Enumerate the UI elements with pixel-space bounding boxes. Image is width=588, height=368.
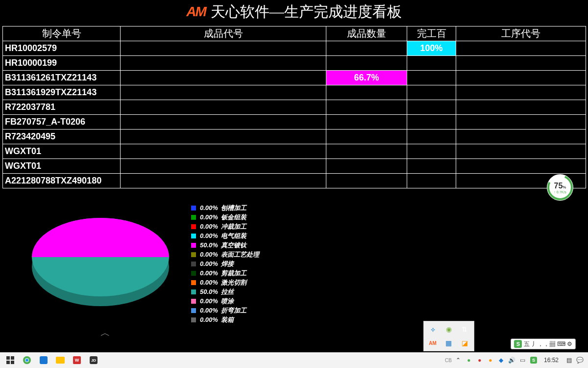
table-cell bbox=[326, 130, 407, 144]
legend-swatch bbox=[191, 280, 196, 285]
pie-chart bbox=[29, 203, 172, 311]
legend-swatch bbox=[191, 252, 196, 257]
tray-s-icon[interactable]: S bbox=[529, 356, 538, 365]
transfer-icon[interactable]: ⇅ bbox=[457, 322, 472, 336]
legend-item: 50.0%拉丝 bbox=[191, 287, 259, 296]
table-cell bbox=[407, 100, 456, 115]
legend-item: 0.00%焊接 bbox=[191, 259, 259, 268]
table-cell bbox=[326, 85, 407, 100]
table-header-row: 制令单号 成品代号 成品数量 完工百 工序代号 bbox=[3, 26, 586, 41]
svg-point-2 bbox=[548, 176, 572, 199]
legend-item: 0.00%冲裁加工 bbox=[191, 222, 259, 231]
production-table: 制令单号 成品代号 成品数量 完工百 工序代号 HR10002579100%HR… bbox=[2, 26, 586, 188]
legend-item: 0.00%电气组装 bbox=[191, 231, 259, 240]
am-tray-icon[interactable]: AM bbox=[425, 336, 441, 350]
legend-item: 0.00%喷涂 bbox=[191, 296, 259, 306]
table-row: WGXT01 bbox=[3, 144, 586, 159]
taskbar[interactable]: W JD CB ⌃ ● ● ● ◆ 🔊 ▭ S 16:52 ▤ 💬 bbox=[0, 352, 588, 368]
col-qty: 成品数量 bbox=[326, 26, 407, 41]
table-cell bbox=[121, 159, 326, 174]
col-pct: 完工百 bbox=[407, 26, 456, 41]
legend-value: 0.00% bbox=[200, 232, 218, 239]
table-row: A221280788TXZ490180 bbox=[3, 174, 586, 188]
legend-label: 冲裁加工 bbox=[221, 222, 246, 231]
table-cell bbox=[456, 71, 586, 85]
wps-icon[interactable]: W bbox=[69, 352, 85, 368]
legend-label: 装箱 bbox=[221, 315, 234, 324]
ime-mode: 五 bbox=[524, 340, 530, 348]
svg-rect-4 bbox=[11, 356, 14, 360]
table-cell bbox=[121, 115, 326, 130]
legend-item: 0.00%折弯加工 bbox=[191, 306, 259, 315]
table-cell: 66.7% bbox=[326, 71, 407, 85]
svg-rect-3 bbox=[6, 356, 10, 360]
legend-value: 0.00% bbox=[200, 279, 218, 286]
legend-value: 0.00% bbox=[200, 297, 218, 305]
table-cell: B311361929TXZ21143 bbox=[3, 85, 121, 100]
start-button[interactable] bbox=[2, 352, 19, 368]
table-row: B311361929TXZ21143 bbox=[3, 85, 586, 100]
table-cell bbox=[407, 130, 456, 144]
legend-item: 0.00%表面工艺处理 bbox=[191, 250, 259, 259]
ime-s-icon[interactable]: S bbox=[514, 340, 522, 348]
legend-swatch bbox=[191, 262, 196, 266]
table-row: HR10000199 bbox=[3, 56, 586, 71]
system-tray[interactable]: CB ⌃ ● ● ● ◆ 🔊 ▭ S 16:52 ▤ 💬 bbox=[443, 356, 586, 365]
table-cell bbox=[121, 130, 326, 144]
volume-icon[interactable]: 🔊 bbox=[508, 356, 516, 365]
tray-overflow-icon[interactable]: ⌃ bbox=[454, 356, 463, 365]
table-cell: WGXT01 bbox=[3, 144, 121, 159]
tray-misc-icon[interactable]: ◪ bbox=[457, 336, 472, 350]
table-row: R723420495 bbox=[3, 130, 586, 144]
legend-value: 0.00% bbox=[200, 260, 218, 267]
explorer-icon[interactable] bbox=[52, 352, 69, 368]
table-cell bbox=[326, 41, 407, 56]
col-order: 制令单号 bbox=[3, 26, 121, 41]
legend-label: 拉丝 bbox=[221, 288, 234, 296]
network-speed-widget[interactable]: 75% ↑ 0.7K/s bbox=[547, 174, 573, 201]
table-cell bbox=[121, 144, 326, 159]
legend-label: 真空镀钛 bbox=[221, 241, 246, 250]
chart-area: 0.00%刨槽加工0.00%钣金组装0.00%冲裁加工0.00%电气组装50.0… bbox=[0, 203, 588, 324]
table-cell bbox=[326, 56, 407, 71]
table-cell bbox=[407, 85, 456, 100]
bluetooth-icon[interactable]: ⟡ bbox=[425, 322, 441, 336]
chevron-up-icon[interactable]: ︿ bbox=[100, 326, 110, 340]
table-cell: 100% bbox=[407, 41, 456, 56]
tray-dot4-icon[interactable]: ◆ bbox=[497, 356, 506, 365]
table-cell: HR10000199 bbox=[3, 56, 121, 71]
action-center-icon[interactable]: ▤ bbox=[564, 356, 573, 365]
app-blue-icon[interactable] bbox=[35, 352, 52, 368]
clock[interactable]: 16:52 bbox=[540, 357, 563, 364]
table-cell bbox=[326, 115, 407, 130]
chrome-icon[interactable] bbox=[19, 352, 35, 368]
ime-panel[interactable]: S 五 丿，，▦ ⌨ ⚙ bbox=[511, 339, 576, 349]
tray-overflow-panel[interactable]: ⟡ ◉ ⇅ AM ▦ ◪ bbox=[423, 321, 474, 351]
table-row: B311361261TXZ2114366.7% bbox=[3, 71, 586, 85]
legend-value: 0.00% bbox=[200, 269, 218, 277]
tray-dot1-icon[interactable]: ● bbox=[465, 356, 473, 365]
table-cell bbox=[121, 174, 326, 188]
legend-label: 激光切割 bbox=[221, 278, 246, 287]
table-cell bbox=[326, 159, 407, 174]
table-cell: WGXT01 bbox=[3, 159, 121, 174]
legend-swatch bbox=[191, 234, 196, 238]
jd-icon[interactable]: JD bbox=[85, 352, 102, 368]
table-cell bbox=[407, 174, 456, 188]
tray-box-icon[interactable]: ▭ bbox=[518, 356, 527, 365]
legend-value: 0.00% bbox=[200, 307, 218, 314]
table-cell bbox=[121, 85, 326, 100]
notification-icon[interactable]: 💬 bbox=[575, 356, 584, 365]
table-cell bbox=[326, 100, 407, 115]
tray-dot2-icon[interactable]: ● bbox=[475, 356, 484, 365]
tray-dot3-icon[interactable]: ● bbox=[486, 356, 495, 365]
table-cell: R723420495 bbox=[3, 130, 121, 144]
table-cell: HR10002579 bbox=[3, 41, 121, 56]
legend-swatch bbox=[191, 299, 196, 304]
legend-value: 0.00% bbox=[200, 223, 218, 230]
table-cell bbox=[326, 174, 407, 188]
legend-label: 电气组装 bbox=[221, 232, 246, 240]
tray-app-icon[interactable]: ◉ bbox=[441, 322, 457, 336]
table-row: HR10002579100% bbox=[3, 41, 586, 56]
tray-grid-icon[interactable]: ▦ bbox=[441, 336, 457, 350]
